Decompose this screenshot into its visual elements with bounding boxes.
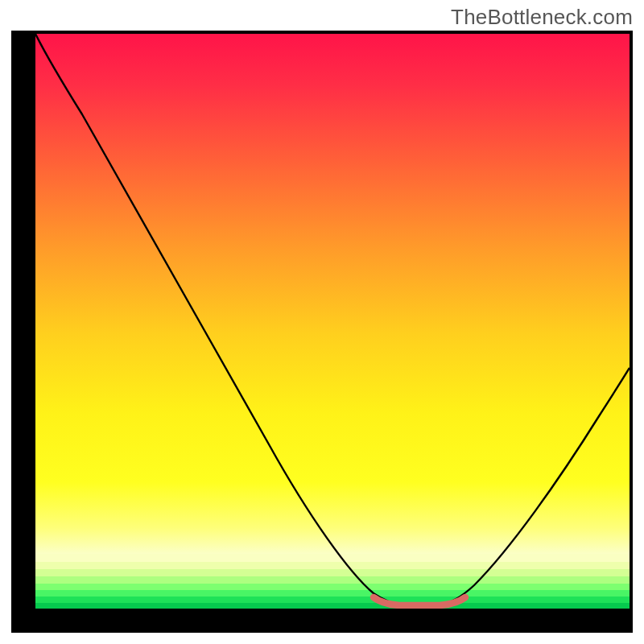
plot-area xyxy=(35,34,630,609)
bottleneck-curve xyxy=(35,34,630,605)
plot-frame xyxy=(11,31,633,633)
optimal-range-markers xyxy=(374,597,465,605)
bottleneck-curve-svg xyxy=(35,34,630,609)
chart-container: TheBottleneck.com xyxy=(0,0,644,644)
watermark-text: TheBottleneck.com xyxy=(451,5,633,30)
